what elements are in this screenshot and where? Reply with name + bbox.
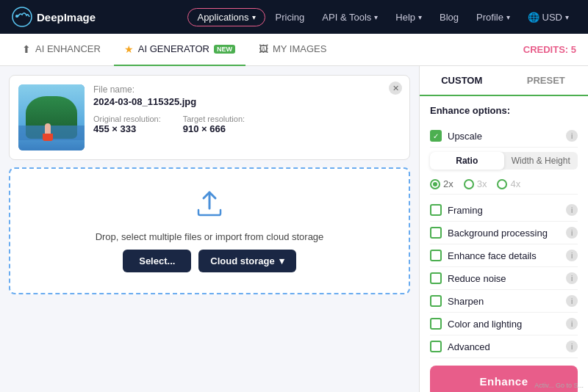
- file-thumbnail: [18, 84, 85, 150]
- bg-processing-label: Background processing: [448, 228, 548, 239]
- options-list: Framing i Background processing i: [430, 199, 578, 358]
- option-reduce-noise: Reduce noise i: [430, 267, 578, 290]
- framing-info-icon[interactable]: i: [566, 204, 578, 216]
- sharpen-label: Sharpen: [448, 296, 484, 307]
- advanced-checkbox[interactable]: [430, 341, 442, 352]
- help-chevron: ▾: [418, 13, 422, 21]
- target-value: 910 × 666: [183, 123, 245, 134]
- tab-ai-generator[interactable]: ★ AI GENERATOR NEW: [114, 34, 245, 66]
- face-details-checkbox[interactable]: [430, 250, 442, 261]
- face-details-info-icon[interactable]: i: [566, 250, 578, 261]
- options-title: Enhance options:: [430, 105, 578, 116]
- ratio-button[interactable]: Ratio: [430, 152, 504, 170]
- drop-text: Drop, select multiple files or import fr…: [96, 231, 324, 242]
- ratio-toggle: Ratio Width & Height: [430, 152, 578, 170]
- nav-profile[interactable]: Profile ▾: [469, 8, 517, 26]
- options-section: Enhance options: Upscale i Ratio Width &…: [420, 96, 588, 392]
- nav-pricing[interactable]: Pricing: [268, 8, 312, 26]
- option-enhance-face: Enhance face details i: [430, 244, 578, 267]
- left-panel: File name: 2024-03-08_115325.jpg Origina…: [0, 66, 419, 392]
- right-panel: CUSTOM PRESET Enhance options: Upscale i: [419, 66, 588, 392]
- brand-name: DeepImage: [37, 11, 96, 23]
- file-card: File name: 2024-03-08_115325.jpg Origina…: [9, 75, 410, 160]
- svg-point-0: [12, 7, 32, 26]
- upscale-row: Upscale i: [430, 125, 578, 148]
- reduce-noise-checkbox[interactable]: [430, 272, 442, 284]
- main-layout: File name: 2024-03-08_115325.jpg Origina…: [0, 66, 588, 392]
- tab-my-images[interactable]: 🖼 MY IMAGES: [248, 34, 337, 66]
- nav-help[interactable]: Help ▾: [388, 8, 429, 26]
- profile-chevron: ▾: [506, 13, 510, 21]
- bg-processing-checkbox[interactable]: [430, 227, 442, 239]
- nav-api-tools[interactable]: API & Tools ▾: [315, 8, 385, 26]
- radio-2x[interactable]: [430, 179, 440, 189]
- credits-display: CREDITS: 5: [523, 44, 576, 55]
- scale-options: 2x 3x 4x: [430, 174, 578, 194]
- file-name-value: 2024-03-08_115325.jpg: [93, 96, 401, 107]
- nav-blog[interactable]: Blog: [432, 8, 466, 26]
- radio-4x[interactable]: [497, 179, 507, 189]
- option-framing: Framing i: [430, 199, 578, 222]
- new-badge: NEW: [214, 45, 235, 54]
- images-icon: 🖼: [259, 43, 268, 54]
- upscale-option: Upscale i Ratio Width & Height 2x: [430, 125, 578, 195]
- drop-buttons: Select... Cloud storage ▾: [123, 250, 296, 272]
- navbar: DeepImage Applications ▾ Pricing API & T…: [0, 0, 588, 34]
- scale-2x[interactable]: 2x: [430, 178, 453, 189]
- scale-4x[interactable]: 4x: [497, 178, 520, 189]
- option-color-lighting: Color and lighting i: [430, 313, 578, 335]
- upscale-checkbox[interactable]: [430, 130, 442, 142]
- width-height-button[interactable]: Width & Height: [504, 152, 578, 170]
- option-background-processing: Background processing i: [430, 222, 578, 244]
- reduce-noise-info-icon[interactable]: i: [566, 272, 578, 284]
- radio-3x[interactable]: [464, 179, 474, 189]
- color-lighting-label: Color and lighting: [448, 319, 522, 330]
- sharpen-checkbox[interactable]: [430, 295, 442, 307]
- navbar-nav: Applications ▾ Pricing API & Tools ▾ Hel…: [187, 8, 576, 26]
- option-sharpen: Sharpen i: [430, 290, 578, 313]
- scale-3x[interactable]: 3x: [464, 178, 487, 189]
- original-value: 455 × 333: [93, 123, 161, 134]
- cloud-storage-button[interactable]: Cloud storage ▾: [198, 250, 295, 272]
- scale-3x-label: 3x: [477, 178, 487, 189]
- select-button[interactable]: Select...: [123, 250, 191, 272]
- upscale-info-icon[interactable]: i: [566, 130, 578, 142]
- cloud-storage-label: Cloud storage: [210, 255, 274, 266]
- activation-text: Activ... Go to S...: [534, 382, 584, 389]
- original-res: Original resolution: 455 × 333: [93, 115, 161, 134]
- framing-checkbox[interactable]: [430, 204, 442, 216]
- upload-icon: [194, 189, 225, 224]
- target-res: Target resolution: 910 × 666: [183, 115, 245, 134]
- framing-label: Framing: [448, 205, 483, 216]
- tab-custom[interactable]: CUSTOM: [420, 66, 504, 96]
- cloud-chevron-icon: ▾: [279, 255, 284, 266]
- advanced-info-icon[interactable]: i: [566, 341, 578, 352]
- logo-icon: [12, 7, 32, 27]
- color-lighting-info-icon[interactable]: i: [566, 318, 578, 330]
- tab-ai-enhancer[interactable]: ⬆ AI ENHANCER: [12, 34, 111, 66]
- svg-point-1: [15, 15, 18, 18]
- upscale-label: Upscale: [448, 131, 482, 142]
- color-lighting-checkbox[interactable]: [430, 318, 442, 330]
- sharpen-info-icon[interactable]: i: [566, 295, 578, 307]
- resolution-row: Original resolution: 455 × 333 Target re…: [93, 115, 401, 134]
- panel-tabs: CUSTOM PRESET: [420, 66, 588, 96]
- nav-applications[interactable]: Applications ▾: [187, 8, 265, 26]
- enhancer-icon: ⬆: [22, 43, 31, 55]
- tab-preset[interactable]: PRESET: [504, 66, 589, 96]
- option-advanced: Advanced i: [430, 335, 578, 358]
- reduce-noise-label: Reduce noise: [448, 273, 506, 284]
- generator-icon: ★: [124, 43, 134, 55]
- close-button[interactable]: ✕: [389, 81, 402, 95]
- bg-processing-info-icon[interactable]: i: [566, 227, 578, 239]
- api-chevron: ▾: [374, 13, 378, 21]
- nav-currency[interactable]: 🌐 USD ▾: [520, 8, 576, 26]
- face-details-label: Enhance face details: [448, 250, 537, 261]
- original-label: Original resolution:: [93, 115, 161, 123]
- file-name-label: File name:: [93, 84, 401, 95]
- logo[interactable]: DeepImage: [12, 7, 96, 27]
- drop-zone: Drop, select multiple files or import fr…: [9, 167, 410, 294]
- tabs-bar: ⬆ AI ENHANCER ★ AI GENERATOR NEW 🖼 MY IM…: [0, 34, 588, 66]
- scale-2x-label: 2x: [443, 178, 453, 189]
- scale-4x-label: 4x: [510, 178, 520, 189]
